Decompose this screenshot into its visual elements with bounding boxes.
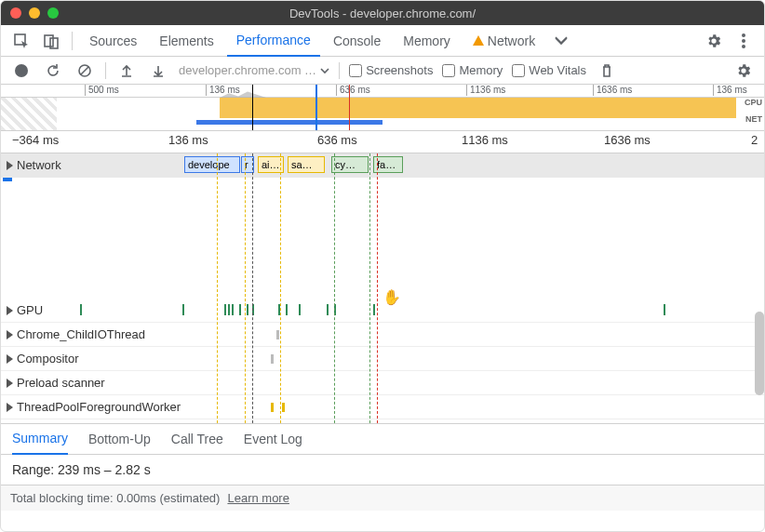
separator: [339, 62, 340, 79]
threadpool-track[interactable]: ThreadPoolForegroundWorker: [1, 395, 764, 419]
gpu-track-label: GPU: [17, 303, 43, 317]
webvitals-label: Web Vitals: [529, 63, 586, 77]
selection-handle[interactable]: [3, 178, 12, 181]
window-titlebar: DevTools - developer.chrome.com/: [1, 1, 764, 25]
tab-memory[interactable]: Memory: [394, 25, 460, 57]
expand-icon[interactable]: [7, 379, 13, 388]
threadpool-track-label: ThreadPoolForegroundWorker: [17, 400, 181, 414]
main-thread-gap: [1, 178, 764, 299]
tab-eventlog[interactable]: Event Log: [244, 423, 302, 455]
record-icon: [15, 64, 28, 77]
flamechart-area[interactable]: Network developerai…sa…cy…fa… GPU Chrome…: [1, 153, 764, 423]
timeline-marker: [377, 153, 378, 423]
tab-network-label: Network: [488, 33, 535, 48]
warning-icon: [473, 35, 484, 46]
settings-icon[interactable]: [701, 28, 727, 54]
clear-button[interactable]: [74, 60, 96, 82]
profile-selector-label: developer.chrome.com …: [179, 63, 316, 77]
main-ruler[interactable]: −364 ms136 ms636 ms1136 ms1636 ms2: [1, 131, 764, 153]
tab-performance[interactable]: Performance: [227, 25, 320, 57]
inspect-element-icon[interactable]: [8, 28, 34, 54]
ruler-tick: 2: [751, 133, 758, 147]
overview-marker-navstart: [252, 85, 253, 130]
overview-marker-dcl: [315, 85, 317, 130]
svg-rect-1: [45, 35, 53, 47]
overview-tick: 136 ms: [206, 85, 240, 96]
expand-icon[interactable]: [7, 354, 13, 364]
svg-point-5: [742, 45, 745, 48]
scrollbar[interactable]: [755, 312, 764, 395]
timeline-marker: [252, 153, 253, 423]
overview-net-label: NET: [745, 114, 762, 131]
preload-track[interactable]: Preload scanner: [1, 371, 764, 395]
memory-checkbox[interactable]: Memory: [442, 63, 503, 77]
overview-timeline[interactable]: 500 ms136 ms636 ms1136 ms1636 ms136 ms C…: [1, 85, 764, 131]
overview-tick: 136 ms: [713, 85, 747, 96]
chevron-down-icon: [320, 67, 329, 74]
expand-icon[interactable]: [7, 306, 13, 315]
device-toolbar-icon[interactable]: [38, 28, 64, 54]
panel-tabbar: Sources Elements Performance Console Mem…: [1, 25, 764, 57]
profile-selector[interactable]: developer.chrome.com …: [179, 63, 329, 77]
tab-elements[interactable]: Elements: [150, 25, 222, 57]
separator: [72, 32, 73, 50]
timeline-marker: [217, 153, 218, 423]
record-button[interactable]: [10, 60, 33, 82]
capture-settings-icon[interactable]: [732, 60, 755, 82]
overview-cpu-band: [220, 98, 736, 118]
timeline-marker: [280, 153, 281, 423]
tab-bottomup[interactable]: Bottom-Up: [88, 423, 151, 455]
network-track[interactable]: Network developerai…sa…cy…fa…: [1, 153, 764, 178]
tab-calltree[interactable]: Call Tree: [171, 423, 223, 455]
ruler-start-divider: [57, 85, 60, 96]
ruler-tick: 1136 ms: [462, 133, 508, 147]
tab-network[interactable]: Network: [463, 25, 544, 57]
summary-range: Range: 239 ms – 2.82 s: [1, 455, 764, 485]
total-blocking-time-bar: Total blocking time: 0.00ms (estimated) …: [1, 485, 764, 511]
webvitals-checkbox[interactable]: Web Vitals: [512, 63, 586, 77]
overview-marker-load: [349, 85, 350, 130]
overview-cpu-label: CPU: [745, 98, 762, 114]
tab-sources[interactable]: Sources: [80, 25, 146, 57]
performance-toolbar: developer.chrome.com … Screenshots Memor…: [1, 57, 764, 85]
upload-profile-icon[interactable]: [115, 60, 138, 82]
overview-tick: 636 ms: [336, 85, 370, 96]
download-profile-icon[interactable]: [147, 60, 169, 82]
svg-point-3: [742, 33, 745, 37]
tab-summary[interactable]: Summary: [12, 423, 68, 455]
kebab-menu-icon[interactable]: [731, 28, 757, 54]
overview-tick: 1136 ms: [466, 85, 505, 96]
overview-tick: 1636 ms: [593, 85, 632, 96]
screenshots-checkbox[interactable]: Screenshots: [349, 63, 433, 77]
ruler-tick: 1636 ms: [604, 133, 651, 147]
overview-dim-region: [1, 98, 57, 130]
timeline-marker: [334, 153, 335, 423]
overview-ruler: 500 ms136 ms636 ms1136 ms1636 ms136 ms: [1, 85, 764, 98]
network-request[interactable]: cy…: [331, 156, 369, 173]
compositor-track-label: Compositor: [17, 352, 78, 366]
svg-point-4: [742, 39, 745, 43]
ruler-tick: −364 ms: [12, 133, 59, 147]
ruler-tick: 636 ms: [317, 133, 357, 147]
learn-more-link[interactable]: Learn more: [227, 491, 289, 505]
childio-track-label: Chrome_ChildIOThread: [17, 327, 145, 341]
window-title: DevTools - developer.chrome.com/: [1, 7, 764, 20]
reload-record-button[interactable]: [42, 60, 64, 82]
tab-console[interactable]: Console: [324, 25, 390, 57]
timeline-marker: [245, 153, 246, 423]
overview-net-band: [196, 120, 382, 125]
memory-label: Memory: [459, 63, 503, 77]
childio-track[interactable]: Chrome_ChildIOThread: [1, 323, 764, 347]
details-tabbar: Summary Bottom-Up Call Tree Event Log: [1, 423, 764, 455]
expand-icon[interactable]: [7, 403, 13, 412]
svg-line-7: [81, 67, 88, 74]
more-tabs-icon[interactable]: [548, 28, 574, 54]
overview-tick: 500 ms: [85, 85, 119, 96]
network-request[interactable]: sa…: [288, 156, 325, 173]
expand-icon[interactable]: [7, 161, 13, 170]
compositor-track[interactable]: Compositor: [1, 347, 764, 371]
screenshots-label: Screenshots: [366, 63, 433, 77]
expand-icon[interactable]: [7, 330, 13, 339]
garbage-collect-icon[interactable]: [596, 60, 618, 82]
timeline-marker: [369, 153, 370, 423]
